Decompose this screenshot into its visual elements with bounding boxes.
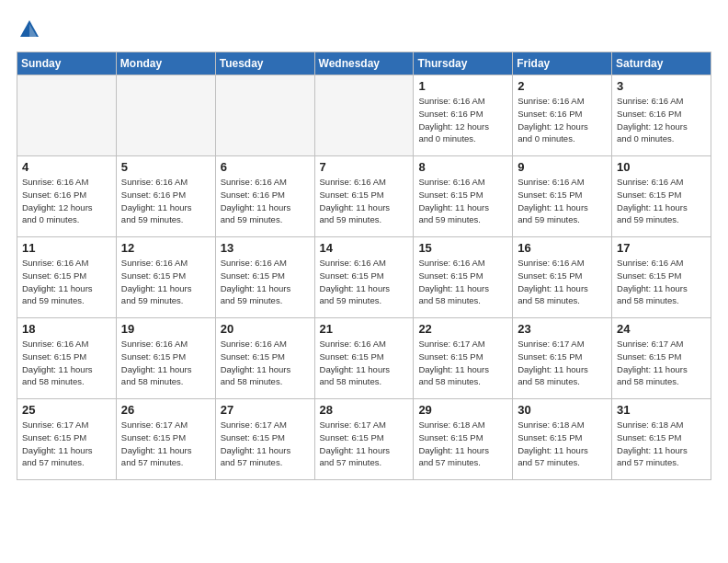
calendar-cell: 26Sunrise: 6:17 AM Sunset: 6:15 PM Dayli… <box>116 399 215 480</box>
day-info: Sunrise: 6:16 AM Sunset: 6:15 PM Dayligh… <box>121 338 210 388</box>
weekday-header-friday: Friday <box>513 52 612 75</box>
calendar-cell: 10Sunrise: 6:16 AM Sunset: 6:15 PM Dayli… <box>612 156 711 237</box>
day-number: 20 <box>221 322 310 336</box>
calendar-cell: 3Sunrise: 6:16 AM Sunset: 6:16 PM Daylig… <box>612 75 711 156</box>
calendar-cell: 5Sunrise: 6:16 AM Sunset: 6:16 PM Daylig… <box>116 156 215 237</box>
calendar-cell: 20Sunrise: 6:16 AM Sunset: 6:15 PM Dayli… <box>215 318 314 399</box>
calendar-week-row: 1Sunrise: 6:16 AM Sunset: 6:16 PM Daylig… <box>17 75 711 156</box>
day-number: 24 <box>617 322 706 336</box>
day-number: 12 <box>121 241 210 255</box>
calendar-cell: 19Sunrise: 6:16 AM Sunset: 6:15 PM Dayli… <box>116 318 215 399</box>
calendar-cell: 2Sunrise: 6:16 AM Sunset: 6:16 PM Daylig… <box>513 75 612 156</box>
day-number: 7 <box>320 160 409 174</box>
day-number: 11 <box>22 241 111 255</box>
header <box>17 17 711 42</box>
weekday-header-row: SundayMondayTuesdayWednesdayThursdayFrid… <box>17 52 711 75</box>
calendar-cell: 29Sunrise: 6:18 AM Sunset: 6:15 PM Dayli… <box>414 399 513 480</box>
day-info: Sunrise: 6:16 AM Sunset: 6:15 PM Dayligh… <box>121 257 210 307</box>
calendar-cell: 28Sunrise: 6:17 AM Sunset: 6:15 PM Dayli… <box>314 399 414 480</box>
day-info: Sunrise: 6:17 AM Sunset: 6:15 PM Dayligh… <box>121 419 210 469</box>
calendar-cell: 15Sunrise: 6:16 AM Sunset: 6:15 PM Dayli… <box>414 237 513 318</box>
day-info: Sunrise: 6:16 AM Sunset: 6:16 PM Dayligh… <box>418 95 507 145</box>
weekday-header-monday: Monday <box>116 52 215 75</box>
weekday-header-sunday: Sunday <box>17 52 117 75</box>
logo <box>17 17 46 42</box>
day-info: Sunrise: 6:17 AM Sunset: 6:15 PM Dayligh… <box>320 419 409 469</box>
calendar-cell <box>17 75 117 156</box>
day-info: Sunrise: 6:16 AM Sunset: 6:15 PM Dayligh… <box>518 257 607 307</box>
day-info: Sunrise: 6:18 AM Sunset: 6:15 PM Dayligh… <box>617 419 706 469</box>
day-number: 19 <box>121 322 210 336</box>
day-info: Sunrise: 6:16 AM Sunset: 6:15 PM Dayligh… <box>518 176 607 226</box>
calendar-cell: 7Sunrise: 6:16 AM Sunset: 6:15 PM Daylig… <box>314 156 414 237</box>
page: SundayMondayTuesdayWednesdayThursdayFrid… <box>0 0 728 563</box>
day-info: Sunrise: 6:16 AM Sunset: 6:15 PM Dayligh… <box>617 176 706 226</box>
day-info: Sunrise: 6:16 AM Sunset: 6:15 PM Dayligh… <box>418 176 507 226</box>
day-info: Sunrise: 6:16 AM Sunset: 6:15 PM Dayligh… <box>320 176 409 226</box>
day-info: Sunrise: 6:16 AM Sunset: 6:16 PM Dayligh… <box>617 95 706 145</box>
calendar-cell: 14Sunrise: 6:16 AM Sunset: 6:15 PM Dayli… <box>314 237 414 318</box>
day-number: 9 <box>518 160 607 174</box>
day-info: Sunrise: 6:18 AM Sunset: 6:15 PM Dayligh… <box>418 419 507 469</box>
day-number: 2 <box>518 79 607 93</box>
calendar-cell: 16Sunrise: 6:16 AM Sunset: 6:15 PM Dayli… <box>513 237 612 318</box>
day-info: Sunrise: 6:17 AM Sunset: 6:15 PM Dayligh… <box>418 338 507 388</box>
day-number: 28 <box>320 403 409 417</box>
calendar-cell: 25Sunrise: 6:17 AM Sunset: 6:15 PM Dayli… <box>17 399 117 480</box>
calendar-cell <box>116 75 215 156</box>
day-number: 23 <box>518 322 607 336</box>
day-info: Sunrise: 6:17 AM Sunset: 6:15 PM Dayligh… <box>22 419 111 469</box>
calendar-week-row: 18Sunrise: 6:16 AM Sunset: 6:15 PM Dayli… <box>17 318 711 399</box>
calendar-cell: 18Sunrise: 6:16 AM Sunset: 6:15 PM Dayli… <box>17 318 117 399</box>
day-info: Sunrise: 6:16 AM Sunset: 6:16 PM Dayligh… <box>121 176 210 226</box>
calendar-cell: 11Sunrise: 6:16 AM Sunset: 6:15 PM Dayli… <box>17 237 117 318</box>
calendar-cell: 6Sunrise: 6:16 AM Sunset: 6:16 PM Daylig… <box>215 156 314 237</box>
day-info: Sunrise: 6:16 AM Sunset: 6:15 PM Dayligh… <box>418 257 507 307</box>
day-number: 3 <box>617 79 706 93</box>
calendar-cell: 24Sunrise: 6:17 AM Sunset: 6:15 PM Dayli… <box>612 318 711 399</box>
calendar-table: SundayMondayTuesdayWednesdayThursdayFrid… <box>17 52 711 480</box>
weekday-header-wednesday: Wednesday <box>314 52 414 75</box>
day-number: 29 <box>418 403 507 417</box>
calendar-cell: 8Sunrise: 6:16 AM Sunset: 6:15 PM Daylig… <box>414 156 513 237</box>
calendar-cell: 27Sunrise: 6:17 AM Sunset: 6:15 PM Dayli… <box>215 399 314 480</box>
day-number: 5 <box>121 160 210 174</box>
day-number: 17 <box>617 241 706 255</box>
day-number: 10 <box>617 160 706 174</box>
weekday-header-saturday: Saturday <box>612 52 711 75</box>
day-info: Sunrise: 6:17 AM Sunset: 6:15 PM Dayligh… <box>518 338 607 388</box>
day-info: Sunrise: 6:18 AM Sunset: 6:15 PM Dayligh… <box>518 419 607 469</box>
day-info: Sunrise: 6:16 AM Sunset: 6:15 PM Dayligh… <box>221 338 310 388</box>
day-info: Sunrise: 6:16 AM Sunset: 6:15 PM Dayligh… <box>22 257 111 307</box>
calendar-cell: 30Sunrise: 6:18 AM Sunset: 6:15 PM Dayli… <box>513 399 612 480</box>
day-number: 16 <box>518 241 607 255</box>
weekday-header-thursday: Thursday <box>414 52 513 75</box>
calendar-cell <box>314 75 414 156</box>
calendar-cell: 17Sunrise: 6:16 AM Sunset: 6:15 PM Dayli… <box>612 237 711 318</box>
day-info: Sunrise: 6:16 AM Sunset: 6:15 PM Dayligh… <box>22 338 111 388</box>
calendar-cell <box>215 75 314 156</box>
day-number: 13 <box>221 241 310 255</box>
day-info: Sunrise: 6:16 AM Sunset: 6:15 PM Dayligh… <box>617 257 706 307</box>
day-number: 1 <box>418 79 507 93</box>
day-info: Sunrise: 6:16 AM Sunset: 6:16 PM Dayligh… <box>518 95 607 145</box>
day-number: 30 <box>518 403 607 417</box>
calendar-cell: 12Sunrise: 6:16 AM Sunset: 6:15 PM Dayli… <box>116 237 215 318</box>
day-number: 8 <box>418 160 507 174</box>
calendar-cell: 23Sunrise: 6:17 AM Sunset: 6:15 PM Dayli… <box>513 318 612 399</box>
day-number: 31 <box>617 403 706 417</box>
day-number: 22 <box>418 322 507 336</box>
calendar-cell: 9Sunrise: 6:16 AM Sunset: 6:15 PM Daylig… <box>513 156 612 237</box>
calendar-cell: 21Sunrise: 6:16 AM Sunset: 6:15 PM Dayli… <box>314 318 414 399</box>
calendar-cell: 22Sunrise: 6:17 AM Sunset: 6:15 PM Dayli… <box>414 318 513 399</box>
day-number: 18 <box>22 322 111 336</box>
day-number: 25 <box>22 403 111 417</box>
calendar-week-row: 4Sunrise: 6:16 AM Sunset: 6:16 PM Daylig… <box>17 156 711 237</box>
day-number: 15 <box>418 241 507 255</box>
day-info: Sunrise: 6:17 AM Sunset: 6:15 PM Dayligh… <box>221 419 310 469</box>
day-number: 4 <box>22 160 111 174</box>
day-info: Sunrise: 6:16 AM Sunset: 6:15 PM Dayligh… <box>320 338 409 388</box>
day-number: 6 <box>221 160 310 174</box>
day-info: Sunrise: 6:17 AM Sunset: 6:15 PM Dayligh… <box>617 338 706 388</box>
calendar-week-row: 11Sunrise: 6:16 AM Sunset: 6:15 PM Dayli… <box>17 237 711 318</box>
